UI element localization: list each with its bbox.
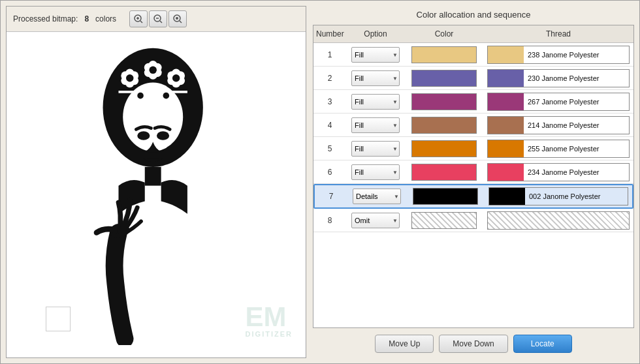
row-thread: 255 Janome Polyester <box>483 138 633 159</box>
row-color[interactable] <box>405 67 483 89</box>
header-option: Option <box>346 28 405 40</box>
colors-label: colors <box>95 14 116 23</box>
row-option[interactable]: FillDetailsOmitSatinRun <box>346 93 405 111</box>
row-option[interactable]: FillDetailsOmitSatinRun <box>346 116 405 134</box>
table-row[interactable]: 1 FillDetailsOmitSatinRun 238 Janome Pol… <box>313 43 633 67</box>
svg-line-8 <box>180 21 182 23</box>
row-thread: 002 Janome Polyester <box>485 186 632 207</box>
row-number: 3 <box>313 97 346 106</box>
table-row[interactable]: 7 FillDetailsOmitSatinRun 002 Janome Pol… <box>313 184 633 209</box>
row-number: 5 <box>313 144 346 153</box>
move-up-button[interactable]: Move Up <box>375 335 434 353</box>
svg-point-48 <box>137 131 150 140</box>
option-select[interactable]: FillDetailsOmitSatinRun <box>351 117 400 133</box>
move-down-button[interactable]: Move Down <box>439 335 507 353</box>
zoom-buttons-group <box>129 10 187 27</box>
bitmap-image <box>39 45 274 345</box>
right-panel: Color allocation and sequence Number Opt… <box>313 6 634 358</box>
row-color[interactable] <box>405 138 483 160</box>
table-row[interactable]: 5 FillDetailsOmitSatinRun 255 Janome Pol… <box>313 137 633 160</box>
zoom-fit-button[interactable] <box>168 10 187 27</box>
row-thread <box>483 210 633 231</box>
option-select[interactable]: FillDetailsOmitSatinRun <box>351 47 400 63</box>
header-number: Number <box>313 28 346 40</box>
main-window: Processed bitmap: 8 colors <box>0 0 640 364</box>
option-select[interactable]: FillDetailsOmitSatinRun <box>353 189 401 204</box>
row-option[interactable]: FillDetailsOmitSatinRun <box>346 69 405 87</box>
svg-line-3 <box>140 21 142 23</box>
row-number: 4 <box>313 121 346 130</box>
option-select[interactable]: FillDetailsOmitSatinRun <box>351 70 400 86</box>
svg-point-9 <box>176 17 178 20</box>
processed-bitmap-label: Processed bitmap: <box>13 14 78 23</box>
locate-button[interactable]: Locate <box>513 335 572 353</box>
option-select[interactable]: FillDetailsOmitSatinRun <box>351 164 400 180</box>
row-option[interactable]: FillDetailsOmitSatinRun <box>346 163 405 181</box>
svg-point-33 <box>172 74 180 82</box>
color-count: 8 <box>84 14 89 23</box>
row-option[interactable]: FillDetailsOmitSatinRun <box>346 211 405 230</box>
row-thread: 238 Janome Polyester <box>483 44 633 65</box>
zoom-in-button[interactable] <box>129 10 148 27</box>
svg-point-26 <box>149 66 157 74</box>
color-table: Number Option Color Thread 1 FillDetails… <box>313 25 634 328</box>
table-row[interactable]: 2 FillDetailsOmitSatinRun 230 Janome Pol… <box>313 67 633 90</box>
right-panel-title: Color allocation and sequence <box>313 6 634 25</box>
bottom-buttons: Move Up Move Down Locate <box>313 328 634 358</box>
content-area: Processed bitmap: 8 colors <box>1 1 639 363</box>
table-row[interactable]: 8 FillDetailsOmitSatinRun <box>313 209 633 232</box>
table-row[interactable]: 6 FillDetailsOmitSatinRun 234 Janome Pol… <box>313 160 633 184</box>
row-thread: 234 Janome Polyester <box>483 162 633 183</box>
row-option[interactable]: FillDetailsOmitSatinRun <box>346 140 405 158</box>
row-number: 1 <box>313 50 346 59</box>
row-number: 8 <box>313 216 346 225</box>
option-select[interactable]: FillDetailsOmitSatinRun <box>351 213 400 228</box>
row-number: 7 <box>315 192 347 201</box>
row-number: 6 <box>313 168 346 177</box>
left-panel-header: Processed bitmap: 8 colors <box>7 7 306 32</box>
watermark-subtext: DIGITIZER <box>246 331 293 338</box>
watermark-text: EM <box>246 303 293 331</box>
left-panel: Processed bitmap: 8 colors <box>6 6 306 358</box>
row-color[interactable] <box>405 91 483 113</box>
row-thread: 214 Janome Polyester <box>483 115 633 136</box>
table-row[interactable]: 3 FillDetailsOmitSatinRun 267 Janome Pol… <box>313 90 633 114</box>
row-thread: 230 Janome Polyester <box>483 68 633 89</box>
zoom-out-button[interactable] <box>149 10 167 27</box>
header-color: Color <box>405 28 483 40</box>
svg-point-19 <box>126 74 134 82</box>
svg-rect-50 <box>145 166 161 185</box>
table-header: Number Option Color Thread <box>313 25 633 43</box>
row-color[interactable] <box>406 185 485 207</box>
row-option[interactable]: FillDetailsOmitSatinRun <box>347 187 406 205</box>
bitmap-canvas: EM DIGITIZER <box>7 32 306 357</box>
option-select[interactable]: FillDetailsOmitSatinRun <box>351 141 400 157</box>
table-body: 1 FillDetailsOmitSatinRun 238 Janome Pol… <box>313 43 633 232</box>
row-number: 2 <box>313 74 346 83</box>
row-color[interactable] <box>405 44 483 66</box>
row-color[interactable] <box>405 209 483 232</box>
row-color[interactable] <box>405 114 483 136</box>
row-option[interactable]: FillDetailsOmitSatinRun <box>346 46 405 64</box>
svg-point-47 <box>163 92 170 99</box>
header-thread: Thread <box>483 28 633 40</box>
svg-point-49 <box>157 131 169 140</box>
watermark: EM DIGITIZER <box>246 303 293 338</box>
svg-point-40 <box>137 92 144 99</box>
row-thread: 267 Janome Polyester <box>483 91 633 112</box>
table-row[interactable]: 4 FillDetailsOmitSatinRun 214 Janome Pol… <box>313 114 633 137</box>
row-color[interactable] <box>405 161 483 183</box>
svg-line-6 <box>160 21 162 23</box>
color-sample-square <box>46 307 71 331</box>
option-select[interactable]: FillDetailsOmitSatinRun <box>351 94 400 110</box>
